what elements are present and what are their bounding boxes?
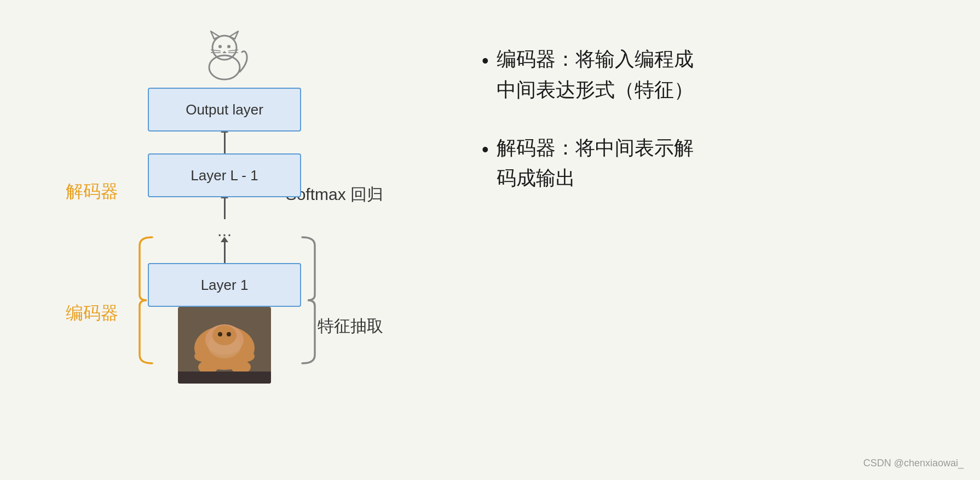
text-section: • 编码器：将输入编程成 中间表达形式（特征） • 解码器：将中间表示解 码成输…	[460, 22, 947, 221]
bullet-content-2: 解码器：将中间表示解 码成输出	[497, 133, 947, 194]
bullet-text-1: • 编码器：将输入编程成 中间表达形式（特征）	[482, 44, 947, 105]
svg-point-19	[212, 325, 237, 345]
slide-container: 解码器 Output layer Softmax 回归 Layer L - 1 …	[0, 0, 980, 480]
svg-marker-2	[211, 31, 220, 39]
svg-point-21	[227, 332, 231, 336]
attribution: CSDN @chenxiaowai_	[863, 458, 964, 469]
arrow-output-to-l1	[224, 132, 226, 153]
bullet-dot-2: •	[482, 134, 489, 165]
svg-marker-6	[222, 51, 227, 53]
bullet-text-2: • 解码器：将中间表示解 码成输出	[482, 133, 947, 194]
feature-brace	[301, 235, 318, 366]
cat-photo	[178, 307, 271, 384]
layer-l1-box: Layer L - 1	[148, 153, 301, 197]
svg-point-4	[218, 45, 222, 48]
output-layer-box: Output layer	[148, 88, 301, 132]
svg-rect-22	[178, 372, 271, 384]
svg-marker-3	[229, 31, 238, 39]
bullet-dot-1: •	[482, 45, 489, 76]
bullet-item-2: • 解码器：将中间表示解 码成输出	[482, 133, 947, 194]
diagram-section: 解码器 Output layer Softmax 回归 Layer L - 1 …	[33, 22, 416, 384]
feature-label: 特征抽取	[318, 315, 383, 338]
arrow-dots-to-l1	[224, 241, 226, 263]
svg-point-5	[227, 45, 230, 48]
svg-point-14	[194, 351, 211, 362]
bullet-item-1: • 编码器：将输入编程成 中间表达形式（特征）	[482, 44, 947, 105]
decoder-label: 解码器	[66, 180, 118, 204]
arrow-l1-to-dots	[224, 197, 226, 219]
neural-network-wrapper: 解码器 Output layer Softmax 回归 Layer L - 1 …	[66, 88, 383, 307]
bullet-content-1: 编码器：将输入编程成 中间表达形式（特征）	[497, 44, 947, 105]
svg-point-20	[218, 332, 222, 336]
layer-1-box: Layer 1	[148, 263, 301, 307]
cat-icon	[192, 27, 257, 82]
encoder-label: 编码器	[66, 301, 118, 325]
svg-point-15	[238, 351, 255, 362]
